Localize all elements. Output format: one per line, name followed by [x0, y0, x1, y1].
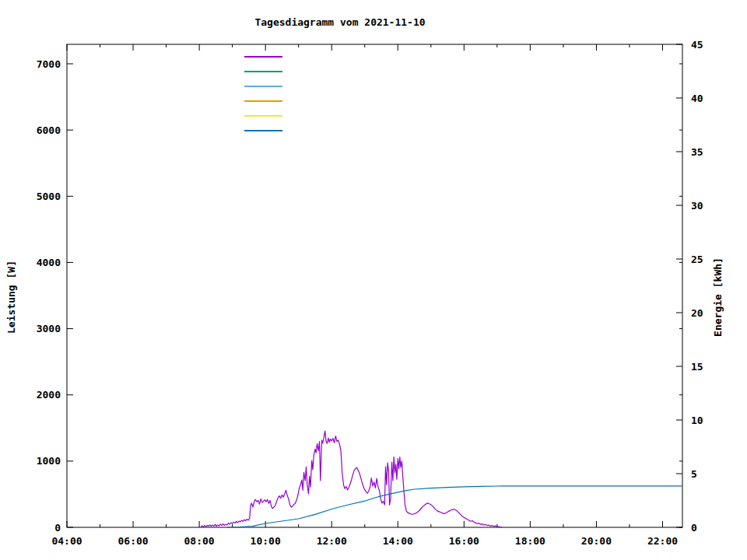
x-tick-label: 16:00	[449, 535, 479, 547]
y-right-tick-label: 20	[691, 307, 703, 319]
legend-line-sample	[244, 56, 282, 58]
y-left-tick-label: 6000	[37, 124, 61, 136]
y-right-tick-label: 25	[691, 254, 703, 265]
y-left-tick-label: 7000	[37, 58, 61, 70]
y-left-axis-label: Leistung [W]	[5, 261, 17, 334]
y-right-tick-label: 5	[691, 468, 697, 480]
y-right-tick-label: 40	[691, 93, 703, 104]
x-tick-label: 20:00	[581, 535, 612, 547]
y-left-tick-label: 5000	[37, 191, 61, 202]
legend-line-sample	[244, 115, 282, 117]
x-tick-label: 14:00	[383, 535, 413, 547]
x-tick-label: 10:00	[251, 535, 281, 547]
y-left-tick-label: 2000	[37, 389, 61, 401]
y-right-axis-label: Energie [kWh]	[712, 257, 724, 337]
x-tick-label: 12:00	[317, 535, 347, 547]
chart-title: Tagesdiagramm vom 2021-11-10	[254, 16, 425, 28]
y-left-tick-label: 4000	[37, 257, 61, 268]
series-line-energie-in-kwh	[227, 486, 682, 527]
y-right-tick-label: 45	[691, 39, 703, 51]
y-right-tick-label: 15	[691, 361, 703, 373]
legend-line-sample	[244, 100, 282, 102]
x-tick-label: 22:00	[647, 535, 678, 547]
legend-line-sample	[244, 71, 282, 72]
x-tick-label: 06:00	[117, 535, 148, 547]
y-left-tick-label: 3000	[37, 323, 61, 334]
chart-canvas: 04:0006:0008:0010:0012:0014:0016:0018:00…	[0, 0, 747, 560]
series-line-ac-leistung-in-w	[201, 431, 502, 527]
y-left-tick-label: 0	[54, 522, 61, 534]
plot-border	[67, 44, 682, 527]
y-left-tick-label: 1000	[37, 455, 61, 467]
x-tick-label: 18:00	[515, 535, 545, 547]
y-right-tick-label: 10	[691, 415, 703, 426]
x-tick-label: 04:00	[51, 535, 82, 547]
chart-page: { "title": "Tagesdiagramm vom 2021-11-10…	[0, 0, 747, 560]
y-right-tick-label: 30	[691, 200, 703, 212]
legend-line-sample	[244, 130, 282, 131]
x-tick-label: 08:00	[184, 535, 215, 547]
legend-line-sample	[244, 86, 282, 87]
y-right-tick-label: 35	[691, 146, 703, 158]
y-right-tick-label: 0	[691, 522, 697, 534]
